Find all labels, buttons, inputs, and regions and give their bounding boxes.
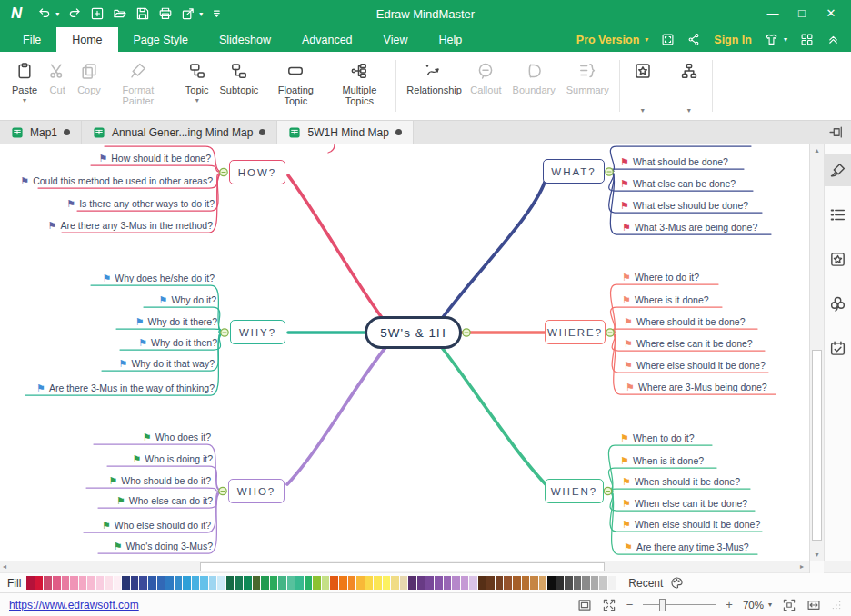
ribbon-button-multiple-topics[interactable]: Multiple Topics [327,52,391,120]
subtopic-where-1[interactable]: ⚑Where is it done? [622,294,709,306]
menu-item-page-style[interactable]: Page Style [118,27,204,52]
color-swatch[interactable] [44,576,52,590]
color-swatch[interactable] [478,576,486,590]
stFull[interactable] [602,598,616,612]
color-swatch[interactable] [339,576,347,590]
color-swatch[interactable] [148,576,156,590]
subtopic-how-2[interactable]: ⚑Could this method be used in other area… [20,175,213,187]
ribbon-button-structure[interactable]: ▾ [671,52,707,120]
color-swatch[interactable] [365,576,374,590]
color-swatch[interactable] [35,576,44,590]
zoom-caret-icon[interactable]: ▾ [768,601,772,609]
palette-icon[interactable] [670,576,684,590]
subtopic-where-0[interactable]: ⚑Where to do it? [622,272,699,283]
color-swatch[interactable] [122,576,130,590]
topic-dropdown-caret[interactable]: ▾ [195,96,199,104]
color-swatch[interactable] [131,576,139,590]
qat-new-document-button[interactable] [90,6,105,21]
color-swatch[interactable] [496,576,504,590]
subtopic-who-3[interactable]: ⚑Who else can do it? [116,495,213,507]
subtopic-how-1[interactable]: ⚑How should it be done? [98,153,211,164]
color-swatch[interactable] [435,576,443,590]
stFit[interactable] [577,598,592,612]
share-button[interactable] [687,33,701,46]
qat-print-button[interactable] [158,6,173,21]
color-swatch[interactable] [444,576,452,590]
qat-export-button[interactable] [181,6,195,21]
subtopic-where-2[interactable]: ⚑Where should it be done? [624,316,746,328]
sidebar-format-brush-button[interactable] [825,154,851,186]
scroll-down-arrow[interactable]: ▾ [810,551,824,559]
sidebar-task-calendar-button[interactable] [825,332,851,364]
sidebar-icon-mark-button[interactable] [825,243,851,275]
color-swatch[interactable] [305,576,313,590]
color-swatch[interactable] [87,576,95,590]
structure-dropdown-caret[interactable]: ▾ [687,106,691,114]
color-swatch[interactable] [513,576,521,590]
color-swatch[interactable] [253,576,261,590]
subtopic-what-3[interactable]: ⚑What else should be done? [620,200,748,212]
menu-item-help[interactable]: Help [423,27,477,52]
collapse-ribbon-button[interactable] [826,33,840,46]
subtopic-why-3[interactable]: ⚑Why do it then? [138,337,217,349]
subtopic-who-1[interactable]: ⚑Who is doing it? [132,453,213,465]
subtopic-why-4[interactable]: ⚑Why do it that way? [119,358,215,370]
app-logo-icon[interactable]: N [11,5,22,23]
menu-item-advanced[interactable]: Advanced [286,27,368,52]
color-swatch[interactable] [330,576,338,590]
color-swatch[interactable] [356,576,365,590]
menu-item-slideshow[interactable]: Slideshow [204,27,286,52]
subtopic-who-2[interactable]: ⚑Who should be do it? [108,475,211,487]
tshirt-theme-button[interactable] [765,33,778,46]
color-swatch[interactable] [200,576,208,590]
qat-open-file-button[interactable] [113,6,127,21]
color-swatch[interactable] [114,576,122,590]
maximize-button[interactable]: □ [787,0,816,27]
qat-customize-quick-access-button[interactable] [211,6,225,21]
color-swatch[interactable] [504,576,512,590]
subtopic-where-5[interactable]: ⚑Where are 3-Mus being done? [626,382,767,393]
color-swatch[interactable] [313,576,321,590]
zoom-slider-thumb[interactable] [659,599,666,611]
color-swatch[interactable] [565,576,573,590]
color-swatch[interactable] [417,576,426,590]
color-swatch[interactable] [96,576,105,590]
color-swatch[interactable] [287,576,295,590]
pro-version-button[interactable]: Pro Version [576,34,639,46]
vscroll-thumb[interactable] [812,350,822,541]
sidebar-clipart-button[interactable] [825,287,851,320]
fit-window-button[interactable] [661,33,675,46]
ribbon-button-icon-mark[interactable]: ▾ [625,52,661,120]
color-swatch[interactable] [461,576,469,590]
color-swatch[interactable] [157,576,165,590]
qat-save-button[interactable] [135,6,150,21]
subtopic-how-4[interactable]: ⚑Are there any 3-Mus in the method? [48,220,213,232]
scroll-up-arrow[interactable]: ▴ [810,146,824,154]
color-swatch[interactable] [139,576,147,590]
tshirt-caret-icon[interactable]: ▾ [784,35,787,44]
subtopic-why-2[interactable]: ⚑Why do it there? [135,316,217,328]
color-swatch[interactable] [539,576,547,590]
qat-undo-button[interactable] [37,6,52,21]
color-swatch[interactable] [192,576,200,590]
color-swatch[interactable] [217,576,225,590]
icon-mark-dropdown-caret[interactable]: ▾ [641,106,645,114]
color-swatch[interactable] [278,576,286,590]
zoom-out-button[interactable]: − [626,598,634,611]
subtopic-when-2[interactable]: ⚑When should it be done? [622,476,740,488]
paste-dropdown-caret[interactable]: ▾ [23,96,26,104]
subtopic-who-0[interactable]: ⚑Who does it? [143,432,211,443]
mindmap-canvas[interactable]: ⚑How should it be done?⚑Could this metho… [0,144,809,561]
sidebar-outline-list-button[interactable] [825,198,851,231]
ribbon-button-relationship[interactable]: Relationship [401,52,465,120]
subtopic-why-1[interactable]: ⚑Why do it? [159,294,216,306]
color-swatch[interactable] [391,576,399,590]
subtopic-when-3[interactable]: ⚑When else can it be done? [622,498,747,510]
collapse-button-why[interactable] [221,329,228,336]
stFocus[interactable] [782,598,796,612]
color-swatch[interactable] [79,576,87,590]
branch-topic-why[interactable]: WHY? [230,320,285,344]
color-swatch[interactable] [486,576,495,590]
color-swatch[interactable] [469,576,477,590]
subtopic-who-5[interactable]: ⚑Who's doing 3-Mus? [114,541,213,552]
